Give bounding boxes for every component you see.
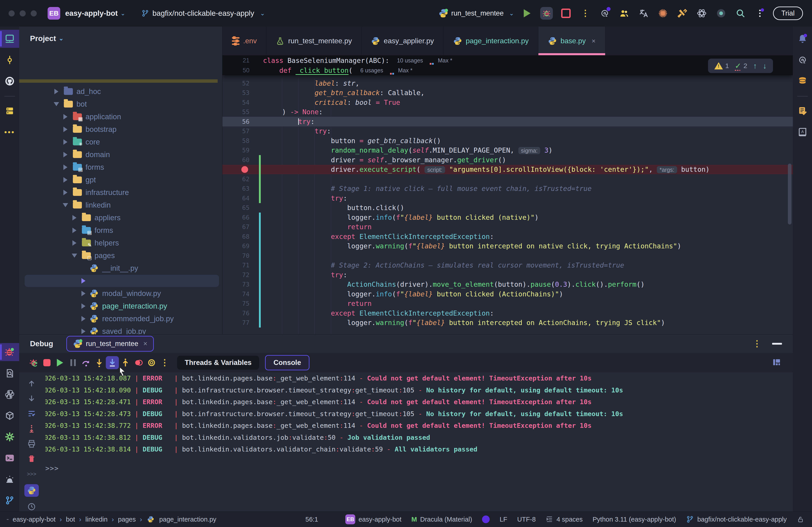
interpreter-widget[interactable]: Python 3.11 (easy-apply-bot) (593, 516, 676, 523)
debug-tab-console[interactable]: Console (265, 355, 309, 370)
run-config-selector[interactable]: run_test_mentee ⌄ (438, 8, 514, 18)
line-number[interactable]: 52 (222, 80, 249, 87)
tool-window-button-python-packages[interactable] (0, 407, 19, 425)
tool-window-button-problems[interactable] (0, 470, 19, 488)
trial-button[interactable]: Trial (773, 6, 803, 20)
code-line-64[interactable]: 64 try: (222, 193, 793, 203)
line-number[interactable]: 71 (222, 262, 249, 269)
prev-problem-icon[interactable]: ↑ (753, 62, 757, 70)
line-number[interactable]: 69 (222, 243, 249, 250)
tree-item-gpt[interactable]: gpt (19, 174, 222, 186)
editor-tab-base.py[interactable]: base.py× (538, 27, 605, 55)
code-editor[interactable]: 1 ✓2 ↑ ↓ 21class BaseSeleniumManager(ABC… (222, 56, 793, 334)
line-number[interactable]: 55 (222, 108, 249, 116)
tool-window-button-project-view[interactable] (0, 30, 19, 48)
line-number[interactable]: 62 (222, 176, 249, 183)
line-number[interactable]: 68 (222, 233, 249, 240)
line-ending-widget[interactable]: LF (499, 516, 507, 523)
code-line-67[interactable]: 67 return (222, 222, 793, 232)
expand-arrow-icon[interactable] (62, 190, 69, 195)
tool-window-button-services[interactable] (0, 428, 19, 446)
tool-window-button-notifications[interactable] (793, 30, 812, 48)
minimize-panel-icon[interactable] (772, 343, 782, 345)
project-view-selector[interactable]: Project (30, 34, 56, 43)
tree-item-forms[interactable]: ▤forms (19, 161, 222, 174)
trash-button[interactable] (24, 454, 39, 464)
tree-item-application[interactable]: ▦application (19, 110, 222, 123)
breadcrumb-item[interactable]: easy-apply-bot (13, 516, 56, 523)
kebab-button[interactable]: ⋮ (158, 356, 171, 369)
tool-window-button-debug[interactable] (0, 343, 19, 361)
editor-tab-easy_applier.py[interactable]: easy_applier.py (362, 27, 444, 55)
code-line-53[interactable]: 53 get_btn_callback: Callable, (222, 88, 793, 98)
editor-scrollbar[interactable] (788, 164, 792, 225)
users-button[interactable] (618, 7, 630, 20)
tool-window-button-python-console[interactable] (0, 386, 19, 404)
line-number[interactable]: 67 (222, 223, 249, 230)
close-window-icon[interactable] (9, 10, 15, 16)
stop-button[interactable] (40, 356, 54, 369)
debug-options-kebab-icon[interactable]: ⋮ (753, 341, 761, 346)
tree-item-forms[interactable]: ▤forms (19, 224, 222, 237)
expand-arrow-icon[interactable] (53, 102, 60, 106)
search-button[interactable] (734, 7, 747, 20)
code-line-74[interactable]: 74 logger.info(f"{label} button clicked … (222, 289, 793, 299)
expand-arrow-icon[interactable] (80, 316, 87, 321)
line-number[interactable]: 57 (222, 127, 249, 135)
tool-window-button-github[interactable] (0, 72, 19, 90)
code-line-62[interactable]: 62 (222, 174, 793, 184)
tree-item-__init__.py[interactable]: __init__.py (19, 262, 222, 274)
code-line-63[interactable]: 63 # Stage 1: native click — full mouse … (222, 184, 793, 194)
code-line-75[interactable]: 75 return (222, 299, 793, 308)
console-prompt[interactable]: >>> (45, 464, 793, 472)
expand-arrow-icon[interactable] (71, 215, 78, 221)
expand-arrow-icon[interactable] (62, 177, 69, 183)
expand-arrow-icon[interactable] (71, 240, 78, 246)
line-number[interactable]: 58 (222, 137, 249, 144)
tree-item-page_interaction.py[interactable]: page_interaction.py (19, 300, 222, 312)
line-number[interactable]: 64 (222, 195, 249, 202)
printer-button[interactable] (24, 439, 39, 449)
soft-wrap-button[interactable] (24, 408, 39, 419)
code-line-56[interactable]: 56 try: (222, 117, 793, 126)
expand-arrow-icon[interactable] (80, 291, 87, 296)
code-line-60[interactable]: 60 driver = self._browser_manager.get_dr… (222, 155, 793, 165)
arrow-up-button[interactable] (24, 378, 39, 388)
line-number[interactable]: 59 (222, 147, 249, 154)
code-line-76[interactable]: 76 except ElementClickInterceptedExcepti… (222, 308, 793, 318)
expand-arrow-icon[interactable] (71, 254, 78, 258)
tool-window-button-structure[interactable] (0, 102, 19, 120)
debug-session-tab[interactable]: run_test_mentee × (66, 336, 154, 352)
minimize-window-icon[interactable] (20, 10, 26, 16)
mute-breakpoints-button[interactable] (145, 356, 158, 369)
line-number[interactable]: 66 (222, 214, 249, 221)
close-session-icon[interactable]: × (143, 340, 147, 348)
tree-item-appliers[interactable]: appliers (19, 211, 222, 224)
tool-window-button-terminal[interactable] (0, 449, 19, 467)
scroll-end-button[interactable] (24, 423, 39, 434)
record-button[interactable] (715, 7, 727, 20)
caret-position[interactable]: 56:1 (305, 516, 318, 523)
expand-arrow-icon[interactable] (80, 278, 87, 284)
code-line-59[interactable]: 59 random_normal_delay(self.MIN_DELAY_PA… (222, 146, 793, 155)
theme-widget[interactable]: M Dracula (Material) (411, 515, 472, 523)
debug-tab-threads-variables[interactable]: Threads & Variables (177, 356, 259, 370)
tool-window-button-todo[interactable] (793, 102, 812, 120)
step-into-button[interactable] (93, 356, 106, 369)
history-button[interactable] (24, 502, 39, 512)
expand-arrow-icon[interactable] (80, 303, 87, 309)
grid-plugin-icon[interactable] (328, 516, 335, 523)
line-number[interactable]: 65 (222, 204, 249, 211)
accent-color-icon[interactable] (482, 515, 490, 523)
tree-item-domain[interactable]: domain (19, 148, 222, 161)
line-number[interactable]: 72 (222, 271, 249, 278)
breadcrumb-item[interactable]: pages (118, 516, 136, 523)
line-number[interactable]: 74 (222, 290, 249, 298)
line-number[interactable]: 75 (222, 300, 249, 307)
line-number[interactable]: 76 (222, 310, 249, 317)
tool-window-button-commit[interactable] (0, 51, 19, 69)
next-problem-icon[interactable]: ↓ (763, 62, 767, 70)
step-over-button[interactable] (79, 356, 93, 369)
debug-button[interactable] (540, 7, 553, 20)
expand-arrow-icon[interactable] (62, 203, 69, 207)
